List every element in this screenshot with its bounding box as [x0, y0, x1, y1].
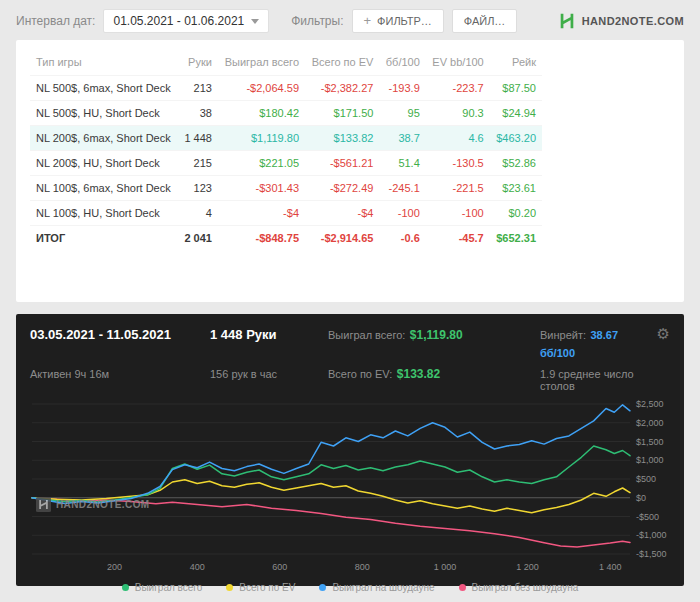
add-filter-button[interactable]: + ФИЛЬТР… [352, 9, 444, 33]
value-cell: -193.9 [379, 76, 425, 101]
svg-text:-$1,000: -$1,000 [636, 530, 667, 540]
value-cell: 4 [178, 201, 218, 226]
svg-text:$500: $500 [636, 474, 656, 484]
value-cell: $133.82 [305, 126, 379, 151]
game-type-cell: NL 100$, 6max, Short Deck [30, 176, 178, 201]
session-active-time: Активен 9ч 16м [30, 368, 210, 380]
value-cell: $87.50 [490, 76, 542, 101]
value-cell: -223.7 [426, 76, 490, 101]
value-cell: -130.5 [426, 151, 490, 176]
legend-dot [122, 584, 129, 591]
value-cell: -221.5 [426, 176, 490, 201]
hand2note-logo-icon [558, 12, 576, 30]
gear-icon[interactable]: ⚙ [652, 327, 670, 341]
table-row[interactable]: ИТОГ2 041-$848.75-$2,914.65-0.6-45.7$652… [30, 226, 542, 251]
series-line-won-at-showdown [32, 405, 630, 504]
column-header[interactable]: EV bb/100 [426, 48, 490, 76]
legend-label: Выиграл на шоудауне [332, 582, 434, 593]
table-row[interactable]: NL 500$, 6max, Short Deck213-$2,064.59-$… [30, 76, 542, 101]
session-date-range: 03.05.2021 - 11.05.2021 [30, 327, 210, 342]
date-interval-value: 01.05.2021 - 01.06.2021 [113, 14, 244, 28]
winrate-label: Винрейт: [540, 329, 586, 341]
date-interval-selector[interactable]: 01.05.2021 - 01.06.2021 [103, 9, 269, 33]
value-cell: -$301.43 [218, 176, 305, 201]
chart-svg: $2,500$2,000$1,500$1,000$500$0-$500-$1,0… [30, 398, 690, 580]
svg-text:$0: $0 [636, 493, 646, 503]
value-cell: -$4 [218, 201, 305, 226]
value-cell: $171.50 [305, 101, 379, 126]
chevron-down-icon [251, 19, 259, 24]
date-interval-label: Интервал дат: [16, 14, 95, 28]
legend-item-won-at-showdown[interactable]: Выиграл на шоудауне [319, 582, 434, 593]
table-row[interactable]: NL 200$, 6max, Short Deck1 448$1,119.80$… [30, 126, 542, 151]
file-button[interactable]: ФАЙЛ… [452, 9, 518, 33]
value-cell: 4.6 [426, 126, 490, 151]
value-cell: -$2,914.65 [305, 226, 379, 251]
hand2note-logo-text: HAND2NOTE.COM [582, 15, 684, 27]
svg-text:$2,500: $2,500 [636, 399, 664, 409]
top-bar: Интервал дат: 01.05.2021 - 01.06.2021 Фи… [0, 0, 700, 40]
value-cell: 51.4 [379, 151, 425, 176]
session-panel: 03.05.2021 - 11.05.2021 1 448 Руки Выигр… [16, 314, 684, 586]
chart-area: $2,500$2,000$1,500$1,000$500$0-$500-$1,0… [30, 398, 670, 580]
hand2note-logo[interactable]: HAND2NOTE.COM [558, 12, 684, 30]
legend-dot [459, 584, 466, 591]
legend-item-won-total[interactable]: Выиграл всего [122, 582, 203, 593]
value-cell: -45.7 [426, 226, 490, 251]
game-type-cell: NL 100$, HU, Short Deck [30, 201, 178, 226]
game-type-cell: NL 200$, 6max, Short Deck [30, 126, 178, 151]
filters-label: Фильтры: [291, 14, 343, 28]
stats-table-head-row: Тип игрыРукиВыиграл всегоВсего по EVбб/1… [30, 48, 542, 76]
table-row[interactable]: NL 500$, HU, Short Deck38$180.42$171.509… [30, 101, 542, 126]
value-cell: -$561.21 [305, 151, 379, 176]
column-header[interactable]: бб/100 [379, 48, 425, 76]
table-row[interactable]: NL 100$, 6max, Short Deck123-$301.43-$27… [30, 176, 542, 201]
value-cell: $463.20 [490, 126, 542, 151]
session-hands-per-hour: 156 рук в час [210, 368, 328, 380]
game-type-cell: NL 500$, HU, Short Deck [30, 101, 178, 126]
svg-text:-$1,500: -$1,500 [636, 549, 667, 559]
value-cell: $52.86 [490, 151, 542, 176]
column-header[interactable]: Выиграл всего [218, 48, 305, 76]
table-row[interactable]: NL 100$, HU, Short Deck4-$4-$4-100-100$0… [30, 201, 542, 226]
column-header[interactable]: Рейк [490, 48, 542, 76]
column-header[interactable]: Тип игры [30, 48, 178, 76]
legend-item-total-ev[interactable]: Всего по EV [226, 582, 295, 593]
session-total-ev: Всего по EV: $133.82 [328, 364, 540, 382]
chart-legend: Выиграл всегоВсего по EVВыиграл на шоуда… [30, 582, 670, 593]
value-cell: $1,119.80 [218, 126, 305, 151]
value-cell: $24.94 [490, 101, 542, 126]
value-cell: 215 [178, 151, 218, 176]
legend-label: Всего по EV [239, 582, 295, 593]
table-row[interactable]: NL 200$, HU, Short Deck215$221.05-$561.2… [30, 151, 542, 176]
svg-text:1 200: 1 200 [516, 562, 539, 572]
value-cell: 90.3 [426, 101, 490, 126]
panel-watermark-text: HAND2NOTE.COM [56, 499, 150, 510]
total-ev-label: Всего по EV: [328, 368, 392, 380]
column-header[interactable]: Всего по EV [305, 48, 379, 76]
file-button-label: ФАЙЛ… [464, 15, 506, 27]
value-cell: -$272.49 [305, 176, 379, 201]
game-type-cell: ИТОГ [30, 226, 178, 251]
value-cell: -100 [379, 201, 425, 226]
legend-item-won-without-showdown[interactable]: Выиграл без шоудауна [459, 582, 579, 593]
value-cell: -$848.75 [218, 226, 305, 251]
legend-label: Выиграл всего [135, 582, 203, 593]
add-filter-button-label: ФИЛЬТР… [377, 15, 432, 27]
legend-dot [226, 584, 233, 591]
svg-text:200: 200 [107, 562, 122, 572]
value-cell: $0.20 [490, 201, 542, 226]
stats-card: Тип игрыРукиВыиграл всегоВсего по EVбб/1… [16, 40, 684, 302]
value-cell: 1 448 [178, 126, 218, 151]
won-total-value: $1,119.80 [410, 328, 463, 342]
svg-text:1 000: 1 000 [434, 562, 457, 572]
game-type-cell: NL 200$, HU, Short Deck [30, 151, 178, 176]
value-cell: 38.7 [379, 126, 425, 151]
svg-text:600: 600 [272, 562, 287, 572]
value-cell: $652.31 [490, 226, 542, 251]
legend-dot [319, 584, 326, 591]
value-cell: -$4 [305, 201, 379, 226]
hand2note-watermark-icon [36, 497, 51, 512]
stats-table-body: NL 500$, 6max, Short Deck213-$2,064.59-$… [30, 76, 542, 251]
column-header[interactable]: Руки [178, 48, 218, 76]
